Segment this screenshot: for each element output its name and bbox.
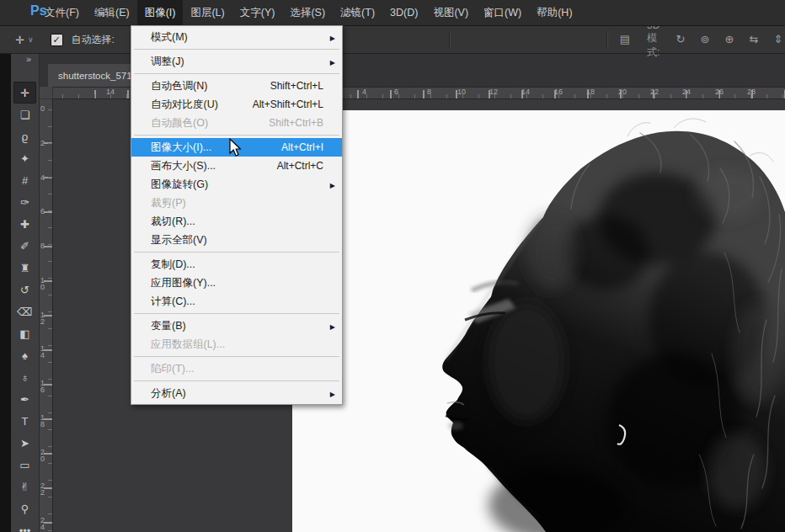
menu-item-canvas-size[interactable]: 画布大小(S)... Alt+Ctrl+C: [131, 157, 342, 175]
menu-item-label: 分析(A): [151, 386, 186, 401]
clone-stamp-tool[interactable]: ♜: [13, 257, 36, 279]
menu-item-label: 画布大小(S)...: [151, 159, 216, 173]
distribute-right-icon[interactable]: [582, 33, 597, 46]
more-tools[interactable]: •••: [13, 519, 36, 532]
ruler-number: 28: [747, 88, 756, 96]
pen-tool[interactable]: ✒: [13, 388, 36, 410]
menu-item-auto-tone[interactable]: 自动色调(N) Shift+Ctrl+L: [131, 77, 342, 95]
align-v-centers-icon[interactable]: [484, 33, 499, 46]
menu-item-apply-image[interactable]: 应用图像(Y)...: [131, 274, 342, 292]
gradient-tool[interactable]: ◧: [13, 322, 36, 344]
hand-tool[interactable]: ✌: [13, 476, 36, 497]
tool-icon: ⚲: [21, 503, 29, 515]
type-tool[interactable]: T: [13, 410, 36, 432]
ruler-number: 20: [618, 88, 627, 96]
menu-sep-5[interactable]: [134, 313, 339, 314]
menu-item-label: 自动颜色(O): [151, 116, 208, 130]
menu-sep-2[interactable]: [134, 73, 339, 74]
zoom-tool[interactable]: ⚲: [13, 497, 36, 519]
lasso-tool[interactable]: ϱ: [13, 125, 36, 147]
menu-item-trim[interactable]: 裁切(R)...: [131, 212, 342, 231]
history-brush-tool[interactable]: ↺: [13, 279, 36, 301]
menubar-item-layer[interactable]: 图层(L): [183, 0, 232, 25]
menu-sep-4[interactable]: [134, 252, 339, 253]
3d-roll-icon[interactable]: ⊚: [698, 33, 712, 46]
3d-slide-icon[interactable]: ⇆: [747, 33, 761, 46]
tool-icon: ✒: [20, 393, 29, 406]
menu-item-adjustments[interactable]: 调整(J): [131, 52, 342, 71]
menu-item-auto-color[interactable]: 自动颜色(O) Shift+Ctrl+B: [131, 114, 342, 132]
rectangle-tool[interactable]: ▭: [13, 454, 36, 476]
menu-sep-1[interactable]: [134, 49, 339, 50]
menu-item-variables[interactable]: 变量(B): [131, 317, 342, 335]
options-bar: ✛ ∨ ✓ 自动选择: ▤ 3D 模式: ↻⊚⊕⇆⇕: [0, 25, 785, 54]
tool-icon: ✑: [20, 196, 29, 209]
ruler-number: 10: [457, 88, 466, 96]
auto-align-layers-icon[interactable]: ▤: [617, 33, 633, 46]
menubar-item-image[interactable]: 图像(I): [137, 0, 184, 25]
align-bottom-edges-icon-2[interactable]: [509, 33, 524, 46]
menu-item-auto-contrast[interactable]: 自动对比度(U) Alt+Shift+Ctrl+L: [131, 95, 342, 114]
options-gap[interactable]: [360, 33, 366, 46]
options-divider-2[interactable]: [606, 31, 608, 48]
tool-icon: ▭: [19, 459, 29, 471]
menu-sep-6[interactable]: [134, 356, 339, 357]
vertical-ruler[interactable]: 024681012141618202224: [39, 87, 53, 532]
collapse-panels-icon[interactable]: »: [26, 54, 32, 64]
distribute-h-centers-icon[interactable]: [558, 33, 573, 46]
image-menu-dropdown: 模式(M) 调整(J) 自动色调(N) Shift+Ctrl+L 自: [131, 25, 343, 405]
move-tool[interactable]: ✛: [13, 82, 36, 104]
eyedropper-tool[interactable]: ✑: [13, 191, 36, 213]
blur-tool[interactable]: ♠: [13, 344, 36, 366]
options-divider[interactable]: [449, 31, 451, 48]
menu-item-calculations[interactable]: 计算(C)...: [131, 292, 342, 311]
distribute-left-icon[interactable]: [533, 33, 548, 46]
quick-selection-tool[interactable]: ✦: [13, 147, 36, 169]
chevron-down-icon[interactable]: ∨: [28, 35, 34, 44]
menubar-item-edit[interactable]: 编辑(E): [87, 0, 137, 25]
menu-item-crop[interactable]: 裁剪(P): [131, 194, 342, 212]
menubar-item-3d[interactable]: 3D(D): [382, 0, 425, 25]
ruler-number: 6: [394, 88, 398, 96]
brush-tool[interactable]: ✐: [13, 235, 36, 257]
ruler-number: 22: [650, 88, 659, 96]
document-canvas[interactable]: [292, 110, 785, 532]
eraser-tool[interactable]: ⌫: [13, 301, 36, 322]
align-h-centers-icon[interactable]: [400, 33, 415, 46]
menubar-item-view[interactable]: 视图(V): [425, 0, 476, 25]
align-left-edges-icon[interactable]: [376, 33, 391, 46]
menu-item-image-rotation[interactable]: 图像旋转(G): [131, 175, 342, 194]
ruler-number: 18: [586, 88, 595, 96]
menu-item-shortcut: Alt+Ctrl+C: [277, 160, 327, 172]
menu-item-duplicate[interactable]: 复制(D)...: [131, 255, 342, 274]
menu-sep-7[interactable]: [134, 380, 339, 381]
ruler-number: 22: [40, 482, 47, 496]
ruler-number: 18: [40, 414, 47, 428]
menu-sep-3[interactable]: [134, 135, 339, 136]
dodge-tool[interactable]: ♁: [13, 366, 36, 388]
path-selection-tool[interactable]: ➤: [13, 432, 36, 454]
menu-item-analysis[interactable]: 分析(A): [131, 384, 342, 402]
submenu-arrow-icon: [327, 320, 335, 332]
healing-brush-tool[interactable]: ✚: [13, 213, 36, 235]
3d-drag-icon[interactable]: ⊕: [723, 33, 736, 46]
3d-scale-icon[interactable]: ⇕: [772, 33, 785, 46]
menu-item-mode[interactable]: 模式(M): [131, 28, 342, 46]
3d-rotate-icon[interactable]: ↻: [674, 33, 687, 46]
menu-item-reveal-all[interactable]: 显示全部(V): [131, 231, 342, 249]
crop-tool[interactable]: #: [13, 169, 36, 191]
ruler-number: 0: [40, 105, 47, 112]
menubar-item-help[interactable]: 帮助(H): [529, 0, 579, 25]
align-top-edges-icon[interactable]: [460, 33, 475, 46]
menu-item-trap[interactable]: 陷印(T)...: [131, 359, 342, 378]
menubar-item-select[interactable]: 选择(S): [282, 0, 333, 25]
auto-select-checkbox[interactable]: ✓: [51, 34, 63, 46]
menu-bar: Ps 文件(F)编辑(E)图像(I)图层(L)文字(Y)选择(S)滤镜(T)3D…: [0, 0, 785, 26]
menubar-item-type[interactable]: 文字(Y): [232, 0, 283, 25]
tool-icon: ❏: [20, 109, 30, 121]
menu-item-apply-data-set[interactable]: 应用数据组(L)...: [131, 335, 342, 354]
menubar-item-window[interactable]: 窗口(W): [476, 0, 529, 25]
marquee-tool[interactable]: ❏: [13, 104, 36, 125]
align-right-edges-icon[interactable]: [425, 33, 440, 46]
menubar-item-filter[interactable]: 滤镜(T): [333, 0, 382, 25]
